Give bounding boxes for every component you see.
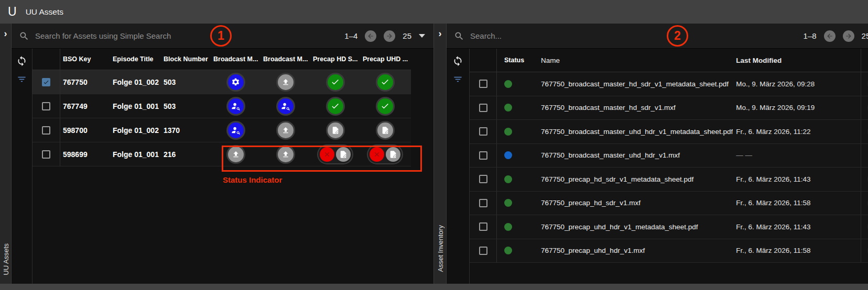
upload-icon[interactable] bbox=[278, 147, 294, 162]
check-circle-icon[interactable] bbox=[377, 74, 393, 90]
file-name-cell: 767750_broadcast_master_uhd_hdr_v1.mxf bbox=[534, 144, 733, 168]
pagination-prev-button[interactable] bbox=[365, 30, 376, 42]
select-all-column-header bbox=[32, 49, 60, 70]
gear-icon[interactable] bbox=[228, 74, 244, 90]
check-circle-icon[interactable] bbox=[328, 98, 343, 114]
arrow-left-icon bbox=[367, 32, 374, 40]
inventory-table: Status Name Last Modified 767750_broadca… bbox=[470, 49, 868, 290]
cancel-icon[interactable] bbox=[320, 147, 334, 162]
pagination-next-button[interactable] bbox=[384, 30, 395, 42]
upload-icon[interactable] bbox=[278, 122, 294, 138]
column-header-precap-uhd[interactable]: Precap UHD ... bbox=[360, 49, 410, 70]
column-header-episode-title[interactable]: Episode Title bbox=[110, 49, 161, 70]
filter-icon bbox=[453, 74, 463, 84]
asset-inventory-panel: 1–8 25 bbox=[447, 24, 868, 290]
page-size-value[interactable]: 25 bbox=[403, 31, 411, 40]
episode-title-cell: Folge 01_002 bbox=[110, 70, 161, 94]
assets-search-input[interactable] bbox=[35, 31, 344, 40]
check-icon bbox=[43, 79, 49, 85]
row-checkbox[interactable] bbox=[479, 199, 487, 207]
caret-down-icon[interactable] bbox=[419, 34, 425, 38]
file-name-cell: 767750_precap_uhd_hdr_v1.mxf bbox=[534, 239, 733, 263]
column-header-name[interactable]: Name bbox=[534, 49, 733, 72]
row-checkbox[interactable] bbox=[479, 151, 487, 160]
doc-edit-icon[interactable] bbox=[386, 147, 400, 162]
app-title: UU Assets bbox=[26, 7, 63, 17]
table-row[interactable]: 598700 Folge 01_002 1370 bbox=[32, 118, 411, 142]
status-pill[interactable] bbox=[368, 146, 402, 163]
left-collapsed-panel[interactable]: › UU Assets bbox=[0, 24, 12, 290]
table-row[interactable]: 767750_precap_uhd_hdr_v1.mxf Fr., 6. Mär… bbox=[470, 239, 868, 263]
refresh-icon bbox=[452, 55, 463, 66]
pagination-next-button[interactable] bbox=[843, 30, 854, 42]
episode-title-cell: Folge 01_001 bbox=[110, 94, 161, 118]
table-row[interactable]: 767750_broadcast_master_hd_sdr_v1.mxf Mo… bbox=[470, 96, 868, 120]
assets-pagination: 1–4 25 bbox=[344, 30, 425, 42]
column-header-bso-key[interactable]: BSO Key bbox=[60, 49, 110, 70]
table-row[interactable]: 767750 Folge 01_002 503 bbox=[32, 70, 411, 94]
table-row[interactable]: 767750_precap_uhd_hdr_v1_metadata_sheet.… bbox=[470, 215, 868, 239]
check-circle-icon[interactable] bbox=[328, 74, 343, 90]
table-row[interactable]: 767750_broadcast_master_uhd_hdr_v1.mxf —… bbox=[470, 144, 868, 168]
horizontal-scrollbar[interactable] bbox=[0, 284, 868, 290]
filter-button[interactable] bbox=[17, 74, 27, 84]
status-dot-green bbox=[504, 199, 512, 207]
filter-icon bbox=[17, 74, 27, 84]
doc-edit-icon[interactable] bbox=[328, 122, 343, 138]
table-row[interactable]: 767750_broadcast_master_hd_sdr_v1_metada… bbox=[470, 72, 868, 96]
column-header-block-number[interactable]: Block Number bbox=[161, 49, 211, 70]
column-header-status[interactable]: Status bbox=[497, 49, 534, 72]
page-size-value[interactable]: 25 bbox=[862, 31, 868, 40]
expand-panel-chevron-icon[interactable]: › bbox=[439, 29, 442, 38]
inventory-pagination: 1–8 25 bbox=[804, 30, 868, 42]
assets-table-header-row: BSO Key Episode Title Block Number Broad… bbox=[32, 49, 411, 70]
user-search-icon[interactable] bbox=[228, 98, 244, 114]
table-row[interactable]: 767749 Folge 01_001 503 bbox=[32, 94, 411, 118]
column-header-last-modified[interactable]: Last Modified bbox=[733, 49, 861, 72]
table-row[interactable]: 598699 Folge 01_001 216 bbox=[32, 142, 411, 166]
assets-table: BSO Key Episode Title Block Number Broad… bbox=[32, 49, 411, 290]
cancel-icon[interactable] bbox=[370, 147, 384, 162]
check-circle-icon[interactable] bbox=[377, 98, 393, 114]
refresh-button[interactable] bbox=[16, 55, 27, 66]
column-header-precap-hd[interactable]: Precap HD S... bbox=[310, 49, 360, 70]
upload-icon[interactable] bbox=[278, 74, 294, 90]
row-checkbox[interactable] bbox=[479, 222, 487, 231]
row-checkbox[interactable] bbox=[42, 150, 50, 159]
row-checkbox[interactable] bbox=[479, 175, 487, 183]
upload-icon[interactable] bbox=[228, 147, 244, 162]
pagination-prev-button[interactable] bbox=[824, 30, 836, 42]
status-dot-green bbox=[504, 80, 512, 88]
column-header-broadcast-m2[interactable]: Broadcast M... bbox=[261, 49, 310, 70]
arrow-right-icon bbox=[386, 32, 393, 40]
user-search-icon[interactable] bbox=[278, 98, 294, 114]
expand-panel-chevron-icon[interactable]: › bbox=[4, 29, 7, 38]
table-row[interactable]: 767750_precap_hd_sdr_v1.mxf Fr., 6. März… bbox=[470, 192, 868, 216]
filter-button[interactable] bbox=[453, 74, 463, 84]
row-checkbox[interactable] bbox=[42, 78, 50, 86]
status-pill[interactable] bbox=[318, 146, 352, 163]
row-checkbox[interactable] bbox=[479, 127, 487, 136]
doc-edit-icon[interactable] bbox=[377, 122, 393, 138]
refresh-button[interactable] bbox=[452, 55, 463, 66]
episode-title-cell: Folge 01_001 bbox=[110, 142, 161, 166]
last-modified-cell: Fr., 6. März 2026, 11:43 bbox=[733, 168, 861, 191]
user-search-icon[interactable] bbox=[228, 122, 244, 138]
table-row[interactable]: 767750_precap_hd_sdr_v1_metadata_sheet.p… bbox=[470, 168, 868, 192]
last-modified-cell: Mo., 9. März 2026, 09:19 bbox=[733, 96, 861, 120]
row-checkbox[interactable] bbox=[479, 80, 487, 88]
app-root: U UU Assets › UU Assets 1–4 bbox=[0, 0, 868, 290]
column-header-broadcast-m1[interactable]: Broadcast M... bbox=[211, 49, 261, 70]
row-checkbox[interactable] bbox=[479, 104, 487, 112]
asset-inventory-collapsed-panel[interactable]: › Asset Inventory bbox=[433, 24, 447, 290]
table-row[interactable]: 767750_broadcast_master_uhd_hdr_v1_metad… bbox=[470, 120, 868, 144]
row-checkbox[interactable] bbox=[42, 102, 50, 110]
inventory-search-input[interactable] bbox=[470, 31, 804, 40]
row-checkbox[interactable] bbox=[42, 126, 50, 135]
block-number-cell: 503 bbox=[161, 70, 211, 94]
bso-key-cell: 598699 bbox=[60, 142, 110, 166]
assets-panel: 1–4 25 bbox=[12, 24, 433, 290]
doc-edit-icon[interactable] bbox=[336, 147, 351, 162]
row-checkbox[interactable] bbox=[479, 247, 487, 255]
bso-key-cell: 767750 bbox=[60, 70, 110, 94]
